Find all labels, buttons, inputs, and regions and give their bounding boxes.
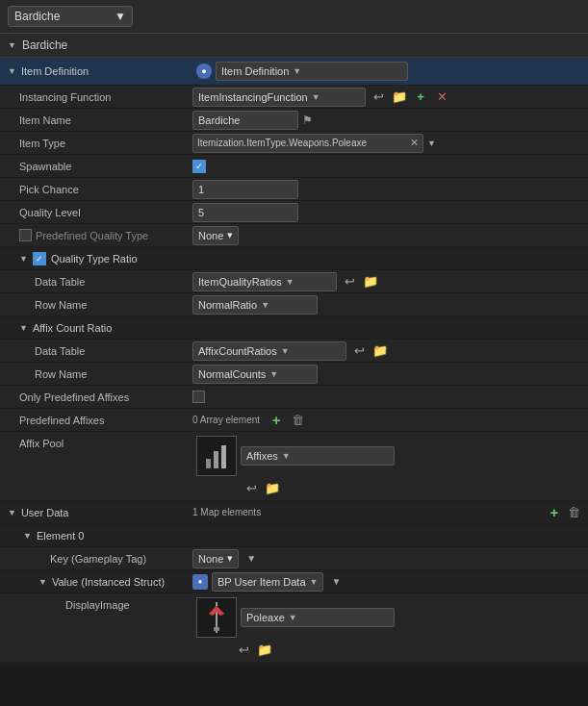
affix-pool-back-btn[interactable]: ↩ — [243, 479, 260, 496]
quality-type-ratio-datatable-label: Data Table — [0, 273, 192, 290]
user-data-remove-btn[interactable]: 🗑 — [565, 504, 582, 521]
bp-chevron2-btn[interactable]: ▼ — [327, 573, 345, 591]
key-gameplay-tag-chevron2[interactable]: ▼ — [243, 550, 260, 567]
only-predefined-affixes-checkbox[interactable] — [192, 391, 205, 403]
affix-count-ratio-rowname-dropdown[interactable]: NormalCounts ▼ — [192, 365, 318, 384]
affix-count-ratio-header[interactable]: ▼ Affix Count Ratio — [0, 316, 588, 340]
flag-icon[interactable]: ⚑ — [302, 113, 313, 127]
affix-pool-dropdown[interactable]: Affixes ▼ — [241, 446, 395, 466]
instancing-add-btn[interactable]: + — [412, 88, 429, 106]
section-header[interactable]: ▼ Bardiche — [0, 34, 588, 58]
user-data-arrow[interactable]: ▼ — [8, 508, 16, 517]
quality-type-ratio-arrow[interactable]: ▼ — [19, 254, 28, 264]
instancing-function-text: ItemInstancingFunction — [198, 91, 308, 103]
key-gameplay-tag-label: Key (Gameplay Tag) — [0, 550, 192, 567]
quality-level-label: Quality Level — [0, 204, 192, 221]
predefined-quality-type-row: Predefined Quality Type None ▾ — [0, 224, 588, 247]
item-def-dropdown[interactable]: Item Definition ▼ — [216, 62, 408, 81]
affix-pool-top: Affixes ▼ — [196, 436, 584, 476]
ac-datatable-folder-btn[interactable]: 📁 — [371, 342, 389, 360]
affix-count-ratio-rowname-row: Row Name NormalCounts ▼ — [0, 363, 588, 386]
display-image-folder-btn[interactable]: 📁 — [256, 641, 273, 658]
affix-pool-chart-icon — [202, 441, 231, 470]
quality-type-ratio-rowname-dropdown[interactable]: NormalRatio ▼ — [192, 295, 318, 315]
instancing-function-row: Instancing Function ItemInstancingFuncti… — [0, 86, 588, 109]
element-0-label: Element 0 — [37, 530, 85, 542]
key-gameplay-tag-row: Key (Gameplay Tag) None ▾ ▼ — [0, 547, 588, 570]
poleaxe-icon-svg — [199, 600, 234, 635]
pick-chance-value — [192, 180, 588, 199]
predefined-affixes-count: 0 Array element — [192, 415, 260, 425]
quality-level-input[interactable] — [192, 203, 298, 222]
key-gameplay-tag-none-dropdown[interactable]: None ▾ — [192, 549, 239, 568]
top-dropdown-label: Bardiche — [14, 10, 60, 23]
quality-type-ratio-datatable-dropdown[interactable]: ItemQualityRatios ▼ — [192, 272, 337, 291]
affix-count-ratio-arrow[interactable]: ▼ — [19, 323, 28, 333]
section-collapse-arrow[interactable]: ▼ — [8, 40, 16, 50]
only-predefined-affixes-row: Only Predefined Affixes — [0, 386, 588, 409]
top-dropdown[interactable]: Bardiche ▼ — [8, 6, 133, 27]
ac-datatable-back-btn[interactable]: ↩ — [350, 342, 368, 360]
affix-pool-row: Affix Pool Affixes ▼ ↩ 📁 — [0, 432, 588, 501]
item-type-row: Item Type Itemization.ItemType.Weapons.P… — [0, 132, 588, 155]
item-def-left: ▼ Item Definition — [0, 62, 192, 81]
quality-type-ratio-datatable-row: Data Table ItemQualityRatios ▼ ↩ 📁 — [0, 270, 588, 293]
quality-type-ratio-checkbox[interactable] — [33, 252, 46, 265]
instancing-back-btn[interactable]: ↩ — [370, 88, 387, 106]
section-label: Bardiche — [22, 38, 67, 52]
item-type-close[interactable]: ✕ — [410, 137, 419, 149]
top-dropdown-chevron: ▼ — [115, 10, 126, 23]
affix-count-ratio-datatable-label: Data Table — [0, 342, 192, 360]
affix-count-ratio-datatable-dropdown[interactable]: AffixCountRatios ▼ — [192, 341, 346, 361]
affix-count-ratio-rowname-value: NormalCounts ▼ — [192, 365, 588, 384]
user-data-right: 1 Map elements + 🗑 — [192, 504, 588, 521]
top-bar: Bardiche ▼ — [0, 0, 588, 34]
quality-type-ratio-rowname-row: Row Name NormalRatio ▼ — [0, 293, 588, 316]
item-type-chevron[interactable]: ▼ — [427, 139, 436, 148]
display-image-bottom: ↩ 📁 — [196, 641, 584, 658]
item-type-tag[interactable]: Itemization.ItemType.Weapons.Poleaxe ✕ — [192, 134, 423, 153]
pick-chance-label: Pick Chance — [0, 181, 192, 198]
display-image-dropdown[interactable]: Poleaxe ▼ — [241, 608, 395, 627]
user-data-label: User Data — [21, 507, 69, 518]
value-instanced-struct-header[interactable]: ▼ Value (Instanced Struct) ● BP User Ite… — [0, 570, 588, 593]
user-data-header[interactable]: ▼ User Data 1 Map elements + 🗑 — [0, 501, 588, 524]
instancing-folder-btn[interactable]: 📁 — [391, 88, 408, 106]
affix-pool-folder-btn[interactable]: 📁 — [264, 479, 281, 496]
instancing-function-value: ItemInstancingFunction ▼ ↩ 📁 + ✕ — [192, 88, 588, 107]
predefined-affixes-remove-btn[interactable]: 🗑 — [289, 412, 306, 429]
affix-count-ratio-rowname-label: Row Name — [0, 366, 192, 383]
affix-pool-bottom: ↩ 📁 — [196, 479, 584, 496]
display-image-thumbnail — [196, 597, 237, 638]
instancing-remove-btn[interactable]: ✕ — [433, 88, 450, 106]
value-instanced-struct-arrow[interactable]: ▼ — [38, 577, 47, 587]
svg-rect-1 — [214, 451, 218, 468]
quality-type-ratio-header[interactable]: ▼ Quality Type Ratio — [0, 247, 588, 270]
spawnable-checkbox[interactable] — [192, 160, 206, 173]
predefined-quality-type-dropdown[interactable]: None ▾ — [192, 226, 239, 245]
quality-level-row: Quality Level — [0, 201, 588, 224]
item-def-collapse-arrow[interactable]: ▼ — [8, 66, 16, 76]
instancing-function-dropdown[interactable]: ItemInstancingFunction ▼ — [192, 88, 366, 107]
item-type-value: Itemization.ItemType.Weapons.Poleaxe ✕ ▼ — [192, 134, 588, 153]
item-def-right: ● Item Definition ▼ — [192, 58, 588, 85]
element-0-arrow[interactable]: ▼ — [23, 531, 32, 541]
item-def-icon: ● — [196, 63, 212, 79]
user-data-add-btn[interactable]: + — [546, 504, 563, 521]
predefined-affixes-add-btn[interactable]: + — [268, 412, 285, 429]
bp-user-item-data-dropdown[interactable]: BP User Item Data ▼ — [212, 572, 323, 592]
qt-datatable-folder-btn[interactable]: 📁 — [362, 273, 379, 290]
only-predefined-affixes-value — [192, 391, 588, 403]
affix-pool-label: Affix Pool — [0, 432, 192, 453]
spawnable-row: Spawnable — [0, 155, 588, 178]
predefined-quality-type-checkbox[interactable] — [19, 229, 32, 241]
predefined-quality-type-value: None ▾ — [192, 226, 588, 245]
spawnable-value — [192, 160, 588, 173]
item-definition-header[interactable]: ▼ Item Definition ● Item Definition ▼ — [0, 58, 588, 86]
qt-datatable-back-btn[interactable]: ↩ — [341, 273, 358, 290]
display-image-back-btn[interactable]: ↩ — [235, 641, 252, 658]
display-image-top: Poleaxe ▼ — [196, 597, 584, 638]
pick-chance-input[interactable] — [192, 180, 298, 199]
item-name-input[interactable] — [192, 111, 298, 130]
element-0-header[interactable]: ▼ Element 0 — [0, 524, 588, 547]
